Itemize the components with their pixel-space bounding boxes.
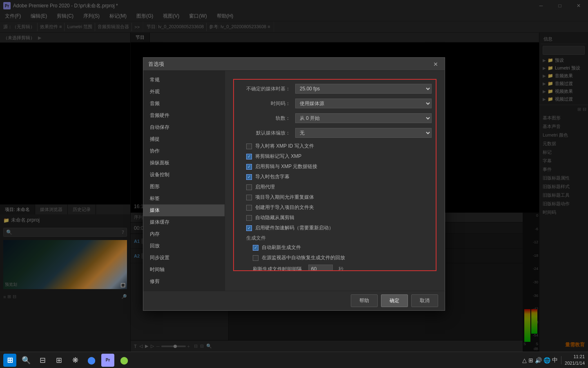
language-icon[interactable]: 中 [552, 357, 558, 364]
windows-button[interactable]: ⊞ [3, 354, 16, 367]
cb-hw-decode-box[interactable]: ✓ [246, 225, 252, 231]
cb-duplicate-label: 项目导入期间允许重复媒体 [255, 194, 314, 201]
cb-captions-box[interactable]: ✓ [246, 174, 252, 180]
dialog-close-button[interactable]: ✕ [432, 60, 440, 68]
sidebar-item-capture[interactable]: 捕捉 [143, 133, 225, 145]
cb-hw-decode-label: 启用硬件加速解码（需要重新启动） [255, 224, 334, 231]
refresh-unit: 秒 [339, 266, 343, 272]
sidebar-item-labels[interactable]: 标签 [143, 193, 225, 204]
cb-hide-dependent-label: 自动隐藏从属剪辑 [255, 214, 294, 221]
content-border: 不确定的媒体时基： 25.00 fps 时间码： 使用媒体源 [233, 79, 437, 271]
default-media-select[interactable]: 无 [295, 128, 432, 138]
ok-button[interactable]: 确定 [381, 294, 408, 307]
refresh-interval-row: 刷新生成文件时间间隔 秒 [238, 265, 432, 271]
dialog-sidebar: 常规 外观 音频 音频硬件 自动保存 捕捉 协作 操纵面板 设备控制 图形 标签… [143, 71, 225, 291]
sidebar-item-timeline[interactable]: 时间轴 [143, 264, 225, 276]
clock-date: 2021/1/14 [565, 360, 585, 366]
display-icon[interactable]: ⊞ [528, 357, 533, 364]
sidebar-item-audio[interactable]: 音频 [143, 98, 225, 110]
cb-xmp-id-label: 导入时将 XMP ID 写入文件 [255, 143, 314, 150]
track-count-label: 轨数： [238, 115, 295, 122]
timecode-label: 时间码： [238, 100, 295, 107]
cb-proxy-box[interactable] [246, 184, 252, 190]
check-mark-5: ✓ [254, 245, 257, 250]
sidebar-item-device-control[interactable]: 设备控制 [143, 169, 225, 181]
track-count-select[interactable]: 从 0 开始 [295, 113, 432, 123]
sidebar-item-control-surface[interactable]: 操纵面板 [143, 157, 225, 169]
cb-xmp-link-label: 启用剪辑与 XMP 元数据链接 [255, 163, 317, 170]
up-arrow-icon[interactable]: △ [522, 357, 527, 364]
sidebar-item-media[interactable]: 媒体 [143, 204, 225, 216]
cb-auto-refresh-box[interactable]: ✓ [253, 245, 258, 251]
multi-window-button[interactable]: ⊞ [52, 354, 65, 367]
sidebar-item-sync[interactable]: 同步设置 [143, 252, 225, 264]
sidebar-item-media-cache[interactable]: 媒体缓存 [143, 216, 225, 228]
track-count-row: 轨数： 从 0 开始 [238, 113, 432, 123]
uncertain-media-label: 不确定的媒体时基： [238, 85, 295, 92]
cb-folder-label: 创建用于导入项目的文件夹 [255, 204, 314, 211]
cb-restore-playback: 在源监视器中自动恢复生成文件的回放 [238, 254, 432, 261]
cb-captions-label: 导入时包含字幕 [255, 173, 290, 180]
cb-hide-dependent-box[interactable] [246, 215, 252, 221]
cb-restore-playback-box[interactable] [253, 255, 258, 261]
sidebar-item-playback[interactable]: 回放 [143, 240, 225, 252]
cb-xmp-id-box[interactable] [246, 144, 252, 149]
check-mark-3: ✓ [247, 175, 251, 179]
timecode-row: 时间码： 使用媒体源 [238, 99, 432, 108]
taskbar-clock[interactable]: 11:21 2021/1/14 [565, 354, 585, 366]
default-media-label: 默认媒体编放： [238, 130, 295, 137]
cb-folder-box[interactable] [246, 205, 252, 211]
network-icon[interactable]: 🌐 [543, 357, 550, 364]
taskbar-sep [561, 356, 561, 364]
sidebar-item-audio-hw[interactable]: 音频硬件 [143, 110, 225, 121]
sidebar-item-appearance[interactable]: 外观 [143, 86, 225, 98]
refresh-interval-input[interactable] [308, 265, 333, 271]
cb-xmp-id: 导入时将 XMP ID 写入文件 [238, 143, 432, 150]
cb-auto-refresh-label: 自动刷新生成文件 [262, 244, 301, 251]
sidebar-item-memory[interactable]: 内存 [143, 228, 225, 240]
cb-xmp-markers-box[interactable]: ✓ [246, 154, 252, 159]
sidebar-item-trim[interactable]: 修剪 [143, 276, 225, 287]
sidebar-item-autosave[interactable]: 自动保存 [143, 121, 225, 133]
media-icon[interactable]: ⬤ [118, 354, 131, 367]
timecode-select[interactable]: 使用媒体源 [295, 99, 432, 108]
sidebar-item-graphics[interactable]: 图形 [143, 181, 225, 193]
taskbar-left: ⊞ 🔍 ⊟ ⊞ ❋ ⬤ Pr ⬤ [0, 354, 134, 367]
premiere-icon[interactable]: Pr [101, 354, 114, 367]
clock-time: 11:21 [565, 354, 585, 360]
chrome-icon[interactable]: ⬤ [85, 354, 98, 367]
cb-captions: ✓ 导入时包含字幕 [238, 173, 432, 180]
cb-xmp-link-box[interactable]: ✓ [246, 164, 252, 170]
sys-tray: △ ⊞ 🔊 🌐 中 [522, 357, 558, 364]
cb-xmp-markers-label: 将剪辑标记写入 XMP [255, 153, 301, 160]
cb-proxy-label: 启用代理 [255, 184, 275, 191]
cancel-button[interactable]: 取消 [411, 294, 438, 307]
cb-proxy: 启用代理 [238, 184, 432, 191]
cb-duplicate-box[interactable] [246, 195, 252, 200]
dialog-content: 不确定的媒体时基： 25.00 fps 时间码： 使用媒体源 [225, 71, 445, 291]
cb-hw-decode: ✓ 启用硬件加速解码（需要重新启动） [238, 224, 432, 231]
uncertain-media-select[interactable]: 25.00 fps [295, 84, 432, 94]
check-mark-4: ✓ [247, 226, 251, 230]
dialog-footer: 帮助 确定 取消 [143, 291, 445, 310]
preferences-dialog: 首选项 ✕ 常规 外观 音频 音频硬件 自动保存 捕捉 协作 操纵面板 设备控制… [143, 57, 445, 311]
check-mark: ✓ [247, 154, 251, 159]
uncertain-media-row: 不确定的媒体时基： 25.00 fps [238, 84, 432, 94]
task-view-button[interactable]: ⊟ [36, 354, 49, 367]
flower-icon[interactable]: ❋ [69, 354, 82, 367]
taskbar-right: △ ⊞ 🔊 🌐 中 11:21 2021/1/14 [519, 352, 588, 368]
help-button[interactable]: 帮助 [351, 294, 378, 307]
volume-icon[interactable]: 🔊 [535, 357, 542, 364]
check-mark-2: ✓ [247, 164, 251, 169]
cb-xmp-link: ✓ 启用剪辑与 XMP 元数据链接 [238, 163, 432, 170]
refresh-interval-label: 刷新生成文件时间间隔 [253, 266, 302, 272]
generate-files-label: 生成文件 [238, 235, 432, 242]
sidebar-item-general[interactable]: 常规 [143, 74, 225, 86]
dialog-title: 首选项 [148, 61, 164, 68]
dialog-body: 常规 外观 音频 音频硬件 自动保存 捕捉 协作 操纵面板 设备控制 图形 标签… [143, 71, 445, 291]
cb-hide-dependent: 自动隐藏从属剪辑 [238, 214, 432, 221]
taskbar: ⊞ 🔍 ⊟ ⊞ ❋ ⬤ Pr ⬤ △ ⊞ 🔊 🌐 中 11:21 2021/1/… [0, 352, 588, 368]
search-button[interactable]: 🔍 [20, 354, 33, 367]
sidebar-item-collab[interactable]: 协作 [143, 145, 225, 157]
cb-auto-refresh: ✓ 自动刷新生成文件 [238, 244, 432, 251]
